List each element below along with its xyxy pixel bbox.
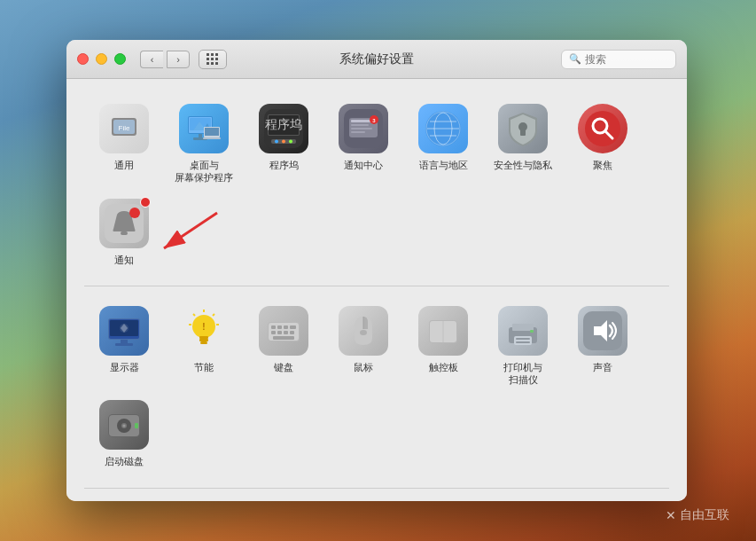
svg-rect-77 bbox=[514, 336, 532, 345]
pref-display[interactable]: 显示器 bbox=[84, 299, 164, 394]
printer-icon bbox=[498, 306, 548, 356]
language-label: 语言与地区 bbox=[419, 159, 468, 171]
svg-point-18 bbox=[275, 140, 278, 144]
svg-point-71 bbox=[360, 330, 367, 335]
forward-button[interactable]: › bbox=[167, 51, 190, 68]
pref-security[interactable]: 安全性与隐私 bbox=[483, 97, 563, 192]
nav-buttons: ‹ › bbox=[140, 51, 190, 68]
pref-dock[interactable]: 程序坞 程序坞 bbox=[244, 97, 323, 192]
traffic-lights bbox=[77, 53, 126, 65]
grid-dots-icon bbox=[207, 53, 219, 66]
divider-1 bbox=[84, 286, 669, 286]
watermark: ✕ 自由互联 bbox=[666, 507, 729, 523]
dock-icon: 程序坞 bbox=[259, 104, 308, 153]
svg-rect-62 bbox=[277, 325, 282, 329]
back-button[interactable]: ‹ bbox=[140, 51, 163, 68]
watermark-symbol: ✕ bbox=[666, 508, 676, 522]
display-icon bbox=[99, 306, 149, 356]
spotlight-label: 聚焦 bbox=[593, 159, 612, 171]
notifications-label: 通知 bbox=[114, 254, 134, 266]
sound-icon bbox=[578, 306, 627, 356]
pref-general[interactable]: File 通用 bbox=[84, 97, 164, 192]
startup-label: 启动磁盘 bbox=[105, 455, 144, 467]
svg-rect-64 bbox=[290, 325, 296, 329]
svg-point-87 bbox=[123, 425, 126, 427]
svg-point-37 bbox=[585, 111, 620, 146]
desktop-icon bbox=[179, 104, 229, 153]
keyboard-label: 键盘 bbox=[274, 361, 293, 373]
svg-rect-11 bbox=[205, 128, 219, 136]
svg-rect-67 bbox=[284, 331, 288, 334]
general-icon: File bbox=[99, 104, 149, 153]
svg-rect-47 bbox=[115, 343, 133, 346]
svg-rect-24 bbox=[351, 124, 369, 126]
trackpad-icon bbox=[418, 306, 468, 356]
pref-language[interactable]: 语言与地区 bbox=[403, 97, 483, 192]
svg-rect-63 bbox=[284, 325, 288, 329]
svg-text:File: File bbox=[119, 124, 130, 132]
desktop-label: 桌面与屏幕保护程序 bbox=[175, 159, 233, 184]
watermark-text: 自由互联 bbox=[680, 507, 729, 523]
svg-point-42 bbox=[129, 208, 140, 218]
svg-rect-61 bbox=[271, 325, 276, 329]
row-1: File 通用 bbox=[84, 97, 669, 273]
svg-rect-41 bbox=[121, 231, 128, 235]
svg-rect-52 bbox=[200, 341, 207, 344]
printer-label: 打印机与扫描仪 bbox=[503, 361, 542, 387]
system-preferences-window: ‹ › 系统偏好设置 🔍 bbox=[66, 40, 687, 501]
pref-mouse[interactable]: 鼠标 bbox=[323, 299, 403, 394]
close-button[interactable] bbox=[77, 53, 89, 65]
search-box[interactable]: 🔍 bbox=[561, 50, 676, 69]
svg-line-54 bbox=[213, 314, 214, 316]
pref-notifications[interactable]: 通知 bbox=[84, 192, 164, 273]
energy-icon: ! bbox=[179, 306, 229, 356]
pref-keyboard[interactable]: 键盘 bbox=[244, 299, 323, 394]
mouse-label: 鼠标 bbox=[354, 361, 373, 373]
divider-2 bbox=[84, 488, 669, 489]
minimize-button[interactable] bbox=[96, 53, 107, 65]
dock-label: 程序坞 bbox=[269, 159, 299, 171]
search-input[interactable] bbox=[585, 53, 668, 66]
svg-rect-79 bbox=[516, 341, 530, 343]
svg-rect-26 bbox=[351, 131, 365, 133]
pref-startup[interactable]: 启动磁盘 bbox=[84, 393, 164, 474]
svg-rect-12 bbox=[203, 137, 221, 139]
sound-label: 声音 bbox=[593, 361, 612, 373]
svg-rect-88 bbox=[135, 423, 138, 428]
svg-rect-50 bbox=[199, 336, 208, 339]
svg-point-20 bbox=[289, 140, 292, 144]
titlebar: ‹ › 系统偏好设置 🔍 bbox=[66, 40, 687, 79]
pref-spotlight[interactable]: 聚焦 bbox=[563, 97, 643, 192]
svg-rect-68 bbox=[290, 331, 294, 334]
svg-rect-8 bbox=[199, 134, 202, 137]
svg-rect-78 bbox=[516, 338, 530, 340]
pref-desktop[interactable]: 桌面与屏幕保护程序 bbox=[164, 97, 244, 192]
svg-rect-46 bbox=[121, 340, 128, 343]
pref-energy[interactable]: ! 节能 bbox=[164, 299, 244, 394]
svg-rect-80 bbox=[530, 330, 534, 333]
svg-point-19 bbox=[282, 140, 285, 144]
energy-label: 节能 bbox=[194, 361, 214, 373]
svg-rect-66 bbox=[277, 331, 282, 334]
maximize-button[interactable] bbox=[114, 53, 126, 65]
preferences-content: File 通用 bbox=[66, 79, 687, 501]
notification-badge bbox=[140, 197, 151, 208]
pref-sound[interactable]: 声音 bbox=[563, 299, 643, 394]
security-icon bbox=[498, 104, 548, 153]
pref-trackpad[interactable]: 触控板 bbox=[403, 299, 483, 394]
svg-rect-76 bbox=[512, 324, 534, 331]
svg-text:程序坞: 程序坞 bbox=[265, 117, 302, 131]
pref-printer[interactable]: 打印机与扫描仪 bbox=[483, 299, 563, 394]
search-icon: 🔍 bbox=[569, 53, 581, 65]
trackpad-label: 触控板 bbox=[429, 361, 458, 373]
notifications-icon bbox=[99, 199, 149, 248]
language-icon bbox=[418, 104, 468, 153]
pref-notification-center[interactable]: 3 通知中心 bbox=[323, 97, 403, 192]
display-label: 显示器 bbox=[110, 361, 139, 373]
mouse-icon bbox=[339, 306, 388, 356]
keyboard-icon bbox=[259, 306, 308, 356]
svg-rect-36 bbox=[520, 129, 526, 136]
svg-rect-51 bbox=[199, 339, 208, 341]
grid-view-button[interactable] bbox=[199, 50, 227, 69]
svg-rect-69 bbox=[273, 336, 294, 340]
